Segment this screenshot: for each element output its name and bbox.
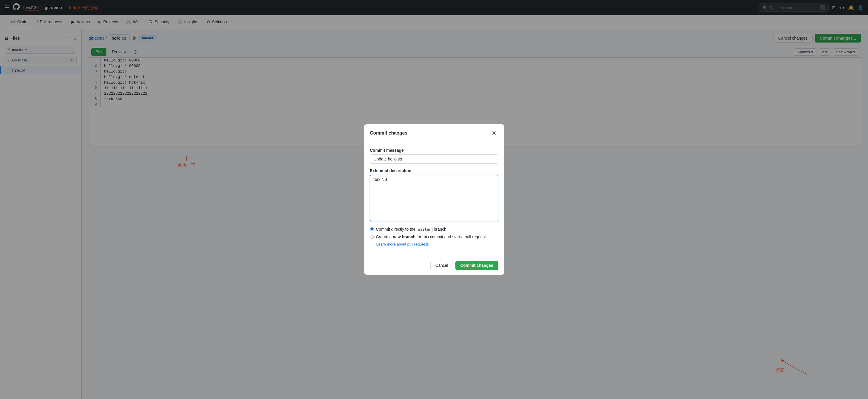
master-branch-code: master [417,227,433,232]
radio-direct-option[interactable]: Commit directly to the master branch [370,227,498,232]
modal-footer: Cancel Commit changes [364,256,504,275]
extended-desc-label: Extended description [370,168,498,173]
modal-commit-button[interactable]: Commit changes [456,261,498,270]
modal-close-button[interactable]: ✕ [490,129,498,137]
radio-new-branch-label: Create a new branch for this commit and … [376,234,486,239]
commit-options-group: Commit directly to the master branch Cre… [370,227,498,246]
modal-body: Commit message Extended description fork… [364,142,504,256]
commit-modal: Commit changes ✕ Commit message Extended… [364,124,504,275]
commit-message-input[interactable] [370,154,498,164]
commit-message-label: Commit message [370,148,498,153]
extended-desc-group: Extended description fork NB [370,168,498,222]
modal-header: Commit changes ✕ [364,124,504,142]
radio-direct-input[interactable] [370,228,374,231]
modal-title: Commit changes [370,131,408,136]
radio-direct-label: Commit directly to the master branch [376,227,446,232]
commit-message-group: Commit message [370,148,498,164]
radio-new-branch-input[interactable] [370,235,374,239]
modal-overlay: Commit changes ✕ Commit message Extended… [0,0,868,399]
learn-more-link[interactable]: Learn more about pull requests [376,242,498,246]
modal-cancel-button[interactable]: Cancel [430,261,453,270]
radio-new-branch-option[interactable]: Create a new branch for this commit and … [370,234,498,239]
extended-desc-textarea[interactable]: fork NB [370,175,498,221]
